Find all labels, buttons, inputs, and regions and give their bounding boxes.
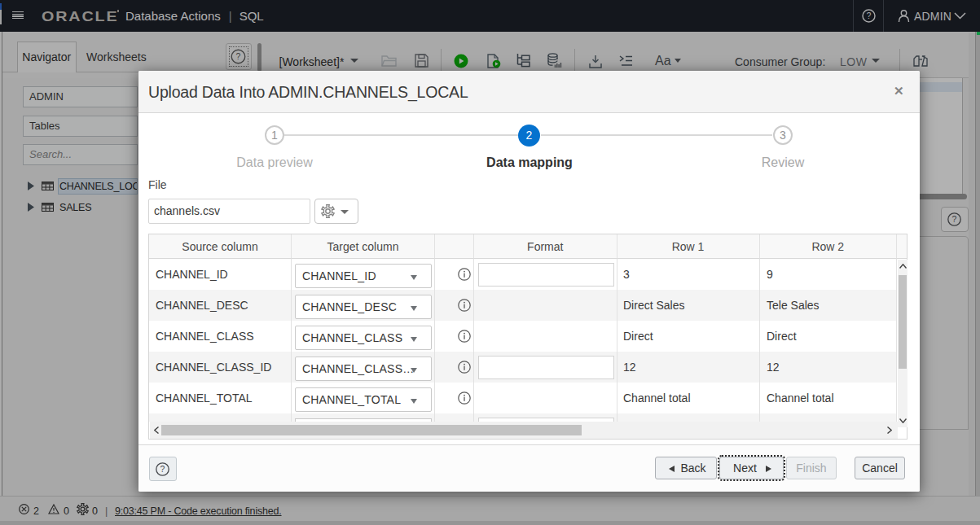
svg-text:?: ? <box>160 464 165 474</box>
